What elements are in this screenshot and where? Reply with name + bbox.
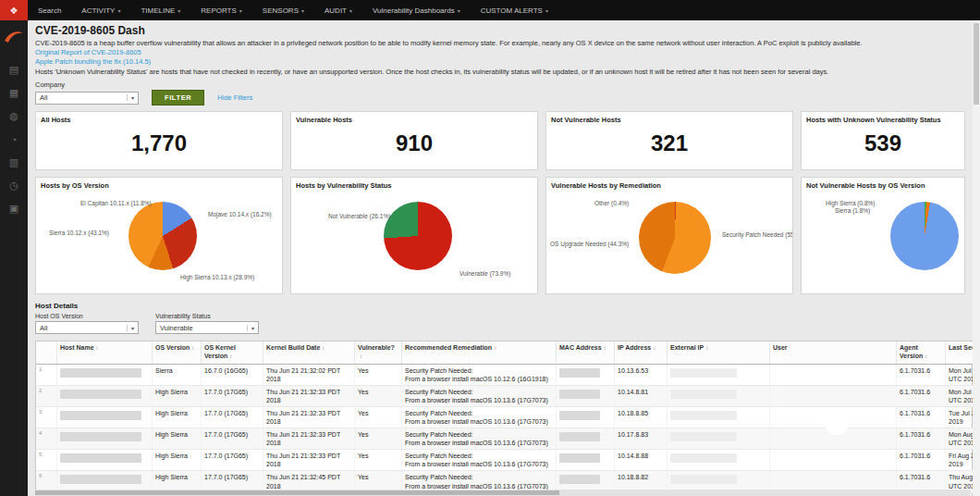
unknown-status-note: Hosts 'Unknown Vulnerability Status' are… bbox=[35, 68, 964, 76]
nav-item-search[interactable]: Search bbox=[28, 0, 71, 20]
table-row[interactable]: 5High Sierra17.7.0 (17G65)Thu Jun 21 21:… bbox=[36, 450, 980, 471]
charts-row: Hosts by OS VersionEl Capitan 10.11.x (1… bbox=[35, 177, 973, 294]
sort-icon[interactable]: ↕ bbox=[191, 345, 194, 351]
stat-card-value: 910 bbox=[291, 130, 537, 156]
nav-item-timeline[interactable]: TIMELINE▾ bbox=[130, 0, 190, 20]
vulnerability-description: CVE-2019-8605 is a heap buffer overflow … bbox=[35, 39, 964, 47]
nav-item-label: Vulnerability Dashboards bbox=[373, 6, 455, 15]
alerts-icon[interactable]: ◍ bbox=[9, 105, 18, 128]
table-header-row: Host Name↕OS Version↕OS Kernel Version↕K… bbox=[36, 341, 980, 364]
table-cell: 10.18.8.85 bbox=[615, 406, 668, 428]
scrollbar-thumb[interactable] bbox=[974, 23, 979, 105]
col-header-os-kernel-version[interactable]: OS Kernel Version↕ bbox=[202, 341, 263, 364]
nav-item-vulnerability-dashboards[interactable]: Vulnerability Dashboards▾ bbox=[362, 0, 471, 20]
sort-icon[interactable]: ↕ bbox=[96, 345, 99, 351]
brand-logo[interactable]: ❖ bbox=[0, 0, 28, 20]
redacted-value bbox=[559, 411, 600, 420]
nav-item-label: TIMELINE bbox=[141, 6, 175, 15]
table-row[interactable]: 1Sierra16.7.0 (16G65)Thu Jun 21 21:32:02… bbox=[36, 364, 980, 385]
redacted-value bbox=[60, 453, 141, 463]
pie-chart[interactable] bbox=[129, 202, 197, 270]
col-header-os-version[interactable]: OS Version↕ bbox=[153, 341, 202, 364]
sort-icon[interactable]: ↕ bbox=[322, 345, 325, 351]
table-cell: Security Patch Needed:From a browser ins… bbox=[402, 450, 557, 471]
table-row[interactable]: 2High Sierra17.7.0 (17G65)Thu Jun 21 21:… bbox=[36, 385, 980, 406]
horizontal-scrollbar[interactable] bbox=[35, 490, 971, 496]
nav-item-reports[interactable]: REPORTS▾ bbox=[190, 0, 252, 20]
pie-slice-label: Security Patch Needed (55.3%) bbox=[722, 231, 793, 238]
nav-item-activity[interactable]: ACTIVITY▾ bbox=[71, 0, 130, 20]
sort-icon[interactable]: ↕ bbox=[925, 353, 927, 359]
sort-icon[interactable]: ↕ bbox=[705, 345, 708, 351]
col-header-ip-address[interactable]: IP Address↕ bbox=[615, 341, 668, 364]
nav-item-label: ACTIVITY bbox=[81, 6, 115, 15]
col-header-agent-version[interactable]: Agent Version↕ bbox=[897, 341, 946, 364]
pie-slice-label: El Capitan 10.11.x (11.8%) bbox=[80, 200, 152, 206]
table-cell: High Sierra bbox=[153, 428, 202, 450]
vulnerability-status-select-value: Vulnerable bbox=[160, 324, 193, 332]
hide-filters-link[interactable]: Hide Filters bbox=[217, 93, 252, 102]
reports-icon[interactable]: ◔ bbox=[11, 128, 18, 151]
company-select[interactable]: All ▾ bbox=[35, 92, 139, 105]
stat-card-value: 1,770 bbox=[36, 130, 282, 156]
pie-chart[interactable] bbox=[384, 202, 452, 270]
chevron-down-icon: ▾ bbox=[349, 7, 352, 14]
sort-icon[interactable]: ↕ bbox=[604, 345, 606, 351]
chevron-down-icon: ▾ bbox=[458, 7, 460, 14]
policies-icon[interactable]: ▥ bbox=[9, 151, 18, 174]
os-version-select[interactable]: All ▾ bbox=[35, 321, 139, 334]
table-cell: 6.1.7031.6 bbox=[897, 450, 946, 471]
sort-icon[interactable]: ↕ bbox=[653, 345, 655, 351]
company-select-value: All bbox=[40, 93, 47, 102]
nav-item-sensors[interactable]: SENSORS▾ bbox=[252, 0, 314, 20]
apple-patch-link[interactable]: Apple Patch bundling the fix (10.14.5) bbox=[35, 57, 973, 66]
nav-item-custom-alerts[interactable]: CUSTOM ALERTS▾ bbox=[471, 0, 558, 20]
nav-item-label: REPORTS bbox=[201, 6, 237, 15]
stat-card-all-hosts: All Hosts1,770 bbox=[35, 111, 283, 170]
nav-item-label: AUDIT bbox=[325, 6, 347, 15]
stat-card-title: Hosts with Unknown Vulnerability Status bbox=[802, 112, 964, 124]
stat-card-value: 539 bbox=[802, 130, 964, 156]
table-cell: 17.7.0 (17G65) bbox=[202, 406, 263, 428]
col-header-mac-address[interactable]: MAC Address↕ bbox=[557, 341, 615, 364]
sort-icon[interactable]: ↕ bbox=[229, 353, 232, 359]
sort-icon[interactable]: ↕ bbox=[494, 345, 496, 351]
table-cell: Yes bbox=[355, 385, 402, 406]
table-cell bbox=[557, 406, 615, 428]
col-header-vulnerable[interactable]: Vulnerable?↕ bbox=[355, 341, 402, 364]
sort-icon[interactable]: ↕ bbox=[360, 353, 362, 359]
devices-icon[interactable]: ▦ bbox=[9, 81, 18, 105]
dashboard-icon[interactable]: ▤ bbox=[9, 58, 18, 81]
nav-item-label: CUSTOM ALERTS bbox=[481, 6, 543, 15]
pie-slice-label: OS Upgrade Needed (44.3%) bbox=[550, 241, 629, 247]
chevron-down-icon: ▾ bbox=[127, 94, 134, 101]
archive-icon[interactable]: ▣ bbox=[9, 197, 18, 220]
nav-item-audit[interactable]: AUDIT▾ bbox=[314, 0, 362, 20]
stats-row: All Hosts1,770Vulnerable Hosts910Not Vul… bbox=[35, 111, 973, 170]
vulnerability-status-filter-label: Vulnerability Status bbox=[155, 313, 259, 319]
vulnerability-status-select[interactable]: Vulnerable ▾ bbox=[155, 321, 259, 334]
host-details-filters: Host OS Version All ▾ Vulnerability Stat… bbox=[35, 313, 973, 334]
table-cell bbox=[557, 364, 615, 385]
pie-chart[interactable] bbox=[890, 202, 959, 270]
col-header-recommended-remediation[interactable]: Recommended Remediation↕ bbox=[402, 341, 557, 364]
stat-card-title: All Hosts bbox=[36, 112, 282, 124]
vertical-scrollbar[interactable] bbox=[973, 20, 980, 496]
pie-slice-label: High Sierra (0.8%) bbox=[826, 200, 875, 206]
col-header-kernel-build-date[interactable]: Kernel Build Date↕ bbox=[263, 341, 355, 364]
pie-chart[interactable] bbox=[639, 202, 711, 274]
table-cell bbox=[557, 428, 615, 450]
chart-title: Vulnerable Hosts by Remediation bbox=[546, 178, 792, 190]
filter-button[interactable]: FILTER bbox=[152, 90, 204, 105]
redacted-value bbox=[670, 390, 737, 399]
col-header-host-name[interactable]: Host Name↕ bbox=[57, 341, 153, 364]
original-report-link[interactable]: Original Report of CVE-2019-8605 bbox=[35, 48, 973, 56]
col-header-label: Vulnerable? bbox=[358, 344, 395, 351]
col-header-external-ip[interactable]: External IP↕ bbox=[668, 341, 770, 364]
redacted-value bbox=[559, 453, 600, 463]
table-cell: Yes bbox=[355, 406, 402, 428]
col-header-label: MAC Address bbox=[559, 344, 602, 351]
swoosh-logo-icon[interactable] bbox=[3, 23, 25, 49]
history-icon[interactable]: ◷ bbox=[9, 174, 18, 197]
scrollbar-thumb[interactable] bbox=[35, 490, 559, 495]
